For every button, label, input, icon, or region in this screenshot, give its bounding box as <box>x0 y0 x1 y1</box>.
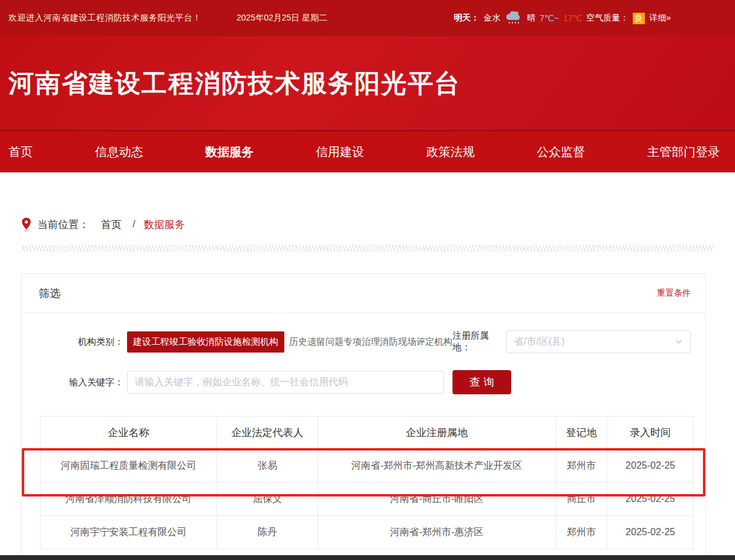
cell-registered-address: 河南省-商丘市-睢阳区 <box>318 483 556 516</box>
col-legal-rep: 企业法定代表人 <box>217 417 318 449</box>
search-button[interactable]: 查 询 <box>452 370 511 394</box>
breadcrumb-home[interactable]: 首页 <box>101 218 122 232</box>
category-filter-row: 机构类别： 建设工程竣工验收消防设施检测机构 历史遗留问题专项治理消防现场评定机… <box>22 330 705 353</box>
main-nav: 首页 信息动态 数据服务 信用建设 政策法规 公众监督 主管部门登录 <box>0 130 735 172</box>
region-select-placeholder: 省/市/区(县) <box>514 336 565 348</box>
cell-legal-rep: 屈保义 <box>217 483 318 516</box>
cell-registered-address: 河南省-郑州市-郑州高新技术产业开发区 <box>318 449 556 483</box>
region-select[interactable]: 省/市/区(县) <box>506 330 691 353</box>
col-registration-place: 登记地 <box>556 417 607 449</box>
region-filter-group: 注册所属地： 省/市/区(县) <box>452 330 691 353</box>
cell-entry-date: 2025-02-25 <box>607 483 694 516</box>
cell-legal-rep: 张易 <box>217 449 318 483</box>
site-title: 河南省建设工程消防技术服务阳光平台 <box>8 67 461 100</box>
site-banner: 河南省建设工程消防技术服务阳光平台 <box>0 36 735 130</box>
keyword-label: 输入关键字： <box>45 377 123 388</box>
keyword-filter-row: 输入关键字： 查 询 <box>22 370 705 394</box>
table-header-row: 企业名称 企业法定代表人 企业注册属地 登记地 录入时间 <box>41 417 694 449</box>
breadcrumb: 当前位置： 首页 / 数据服务 <box>21 217 735 232</box>
cell-registered-address: 河南省-郑州市-惠济区 <box>318 516 556 549</box>
cell-registration-place: 商丘市 <box>556 483 607 516</box>
keyword-input[interactable] <box>127 371 444 394</box>
table-row[interactable]: 河南宇宁安装工程有限公司 陈丹 河南省-郑州市-惠济区 郑州市 2025-02-… <box>41 516 694 549</box>
chevron-down-icon <box>675 337 683 346</box>
weather-widget: 明天： 金水 晴 7℃~ 17℃ 空气质量： 良 详细» <box>454 11 671 25</box>
col-registered-address: 企业注册属地 <box>318 417 556 449</box>
cell-registration-place: 郑州市 <box>556 449 607 483</box>
cell-company-name: 河南省泽顺消防科技有限公司 <box>41 483 217 516</box>
top-utility-bar: 欢迎进入河南省建设工程消防技术服务阳光平台！ 2025年02月25日 星期二 明… <box>0 0 735 36</box>
category-tab-legacy[interactable]: 历史遗留问题专项治理消防现场评定机构 <box>289 336 452 348</box>
filter-title: 筛选 <box>39 286 60 301</box>
nav-item-news[interactable]: 信息动态 <box>95 144 143 160</box>
bottom-dark-bar <box>0 555 735 560</box>
breadcrumb-current: 数据服务 <box>144 218 185 232</box>
cell-entry-date: 2025-02-25 <box>607 516 694 549</box>
nav-item-policy[interactable]: 政策法规 <box>426 144 475 160</box>
table-row[interactable]: 河南省泽顺消防科技有限公司 屈保义 河南省-商丘市-睢阳区 商丘市 2025-0… <box>41 483 694 516</box>
breadcrumb-separator: / <box>132 218 136 230</box>
nav-item-admin-login[interactable]: 主管部门登录 <box>647 144 720 160</box>
reset-conditions-link[interactable]: 重置条件 <box>657 288 691 299</box>
weather-condition: 晴 <box>527 13 535 24</box>
date-text: 2025年02月25日 星期二 <box>237 13 327 24</box>
nav-item-data-service[interactable]: 数据服务 <box>205 144 253 160</box>
cell-company-name: 河南固瑞工程质量检测有限公司 <box>41 449 217 483</box>
location-pin-icon <box>21 217 31 232</box>
results-table: 企业名称 企业法定代表人 企业注册属地 登记地 录入时间 河南固瑞工程质量检测有… <box>40 416 694 549</box>
temp-low: 7℃~ <box>540 13 559 23</box>
cell-registration-place: 郑州市 <box>556 516 607 549</box>
filter-panel-header: 筛选 重置条件 <box>22 274 705 313</box>
weather-district: 金水 <box>483 13 500 24</box>
welcome-text: 欢迎进入河南省建设工程消防技术服务阳光平台！ <box>8 13 201 24</box>
breadcrumb-label: 当前位置： <box>38 218 89 232</box>
slash-divider <box>21 245 714 252</box>
cell-company-name: 河南宇宁安装工程有限公司 <box>41 516 217 549</box>
region-label: 注册所属地： <box>452 330 501 353</box>
col-company-name: 企业名称 <box>41 417 217 449</box>
page: 欢迎进入河南省建设工程消防技术服务阳光平台！ 2025年02月25日 星期二 明… <box>0 0 735 560</box>
air-quality-label: 空气质量： <box>586 13 629 24</box>
cell-entry-date: 2025-02-25 <box>607 449 694 483</box>
temp-high: 17℃ <box>563 13 582 23</box>
nav-item-supervision[interactable]: 公众监督 <box>537 144 585 160</box>
cell-legal-rep: 陈丹 <box>217 516 318 549</box>
category-tab-inspection[interactable]: 建设工程竣工验收消防设施检测机构 <box>127 331 284 353</box>
weather-tomorrow-label: 明天： <box>454 13 479 24</box>
cloud-rain-icon <box>505 11 523 25</box>
weather-detail-link[interactable]: 详细» <box>649 13 671 24</box>
filter-panel: 筛选 重置条件 机构类别： 建设工程竣工验收消防设施检测机构 历史遗留问题专项治… <box>21 273 706 560</box>
table-row[interactable]: 河南固瑞工程质量检测有限公司 张易 河南省-郑州市-郑州高新技术产业开发区 郑州… <box>41 449 694 483</box>
col-entry-date: 录入时间 <box>607 417 694 449</box>
results-table-wrap: 企业名称 企业法定代表人 企业注册属地 登记地 录入时间 河南固瑞工程质量检测有… <box>40 416 693 549</box>
nav-item-home[interactable]: 首页 <box>8 144 33 160</box>
air-quality-badge: 良 <box>633 13 645 24</box>
nav-item-credit[interactable]: 信用建设 <box>316 144 364 160</box>
category-label: 机构类别： <box>45 336 123 348</box>
